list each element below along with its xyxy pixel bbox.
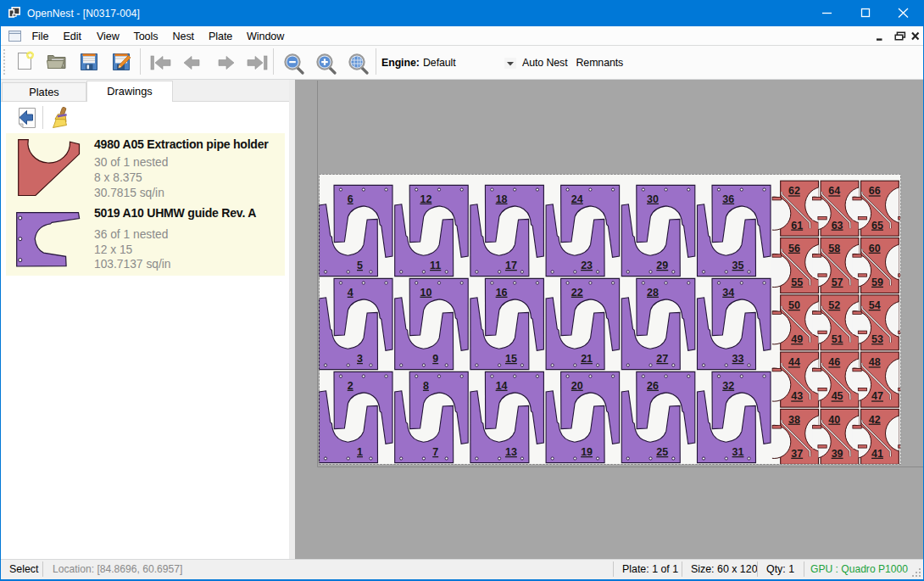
svg-text:33: 33 <box>732 353 744 365</box>
svg-text:17: 17 <box>505 260 517 271</box>
svg-text:15: 15 <box>505 353 517 365</box>
svg-text:5: 5 <box>357 260 363 271</box>
svg-text:21: 21 <box>581 353 593 365</box>
svg-text:24: 24 <box>571 193 583 205</box>
svg-text:10: 10 <box>420 287 431 299</box>
svg-text:1: 1 <box>357 446 363 458</box>
svg-text:65: 65 <box>871 220 883 232</box>
svg-text:19: 19 <box>581 446 593 458</box>
svg-text:6: 6 <box>348 193 353 205</box>
svg-text:46: 46 <box>828 356 840 368</box>
svg-text:20: 20 <box>571 380 583 392</box>
svg-text:9: 9 <box>432 353 438 365</box>
svg-text:44: 44 <box>788 356 800 368</box>
svg-text:55: 55 <box>791 277 803 288</box>
svg-text:56: 56 <box>788 243 800 254</box>
svg-text:16: 16 <box>496 287 508 299</box>
svg-text:25: 25 <box>656 446 668 458</box>
svg-text:3: 3 <box>357 353 363 365</box>
svg-text:51: 51 <box>832 333 843 345</box>
svg-text:66: 66 <box>869 185 881 197</box>
svg-text:29: 29 <box>656 260 668 271</box>
svg-text:41: 41 <box>871 448 883 460</box>
svg-text:4: 4 <box>348 287 353 299</box>
svg-text:13: 13 <box>505 446 517 458</box>
svg-text:43: 43 <box>791 390 803 402</box>
svg-text:18: 18 <box>496 193 508 205</box>
svg-text:36: 36 <box>722 193 734 205</box>
svg-text:8: 8 <box>423 380 429 392</box>
svg-text:11: 11 <box>430 260 441 271</box>
svg-text:37: 37 <box>791 448 803 460</box>
svg-text:54: 54 <box>869 299 881 311</box>
svg-text:47: 47 <box>871 390 883 402</box>
svg-text:64: 64 <box>828 185 840 197</box>
svg-text:26: 26 <box>647 380 659 392</box>
svg-text:27: 27 <box>656 353 668 365</box>
svg-text:40: 40 <box>828 414 840 426</box>
svg-text:57: 57 <box>832 277 843 288</box>
svg-text:42: 42 <box>869 414 881 426</box>
svg-text:31: 31 <box>732 446 744 458</box>
svg-text:12: 12 <box>420 193 431 205</box>
svg-text:60: 60 <box>869 243 881 254</box>
svg-text:50: 50 <box>788 299 800 311</box>
svg-text:22: 22 <box>571 287 583 299</box>
svg-text:23: 23 <box>581 260 593 271</box>
svg-text:35: 35 <box>732 260 744 271</box>
svg-text:61: 61 <box>791 220 803 232</box>
svg-text:30: 30 <box>647 193 659 205</box>
svg-text:49: 49 <box>791 333 803 345</box>
svg-text:59: 59 <box>871 277 883 288</box>
svg-text:2: 2 <box>348 380 353 392</box>
svg-text:7: 7 <box>432 446 438 458</box>
svg-text:58: 58 <box>828 243 840 254</box>
svg-text:62: 62 <box>788 185 800 197</box>
svg-text:48: 48 <box>869 356 881 368</box>
svg-text:45: 45 <box>832 390 843 402</box>
svg-text:63: 63 <box>832 220 843 232</box>
svg-text:14: 14 <box>496 380 508 392</box>
svg-text:52: 52 <box>828 299 840 311</box>
svg-text:53: 53 <box>871 333 883 345</box>
svg-text:39: 39 <box>832 448 843 460</box>
svg-text:38: 38 <box>788 414 800 426</box>
svg-text:34: 34 <box>722 287 734 299</box>
svg-text:32: 32 <box>722 380 734 392</box>
svg-text:28: 28 <box>647 287 659 299</box>
